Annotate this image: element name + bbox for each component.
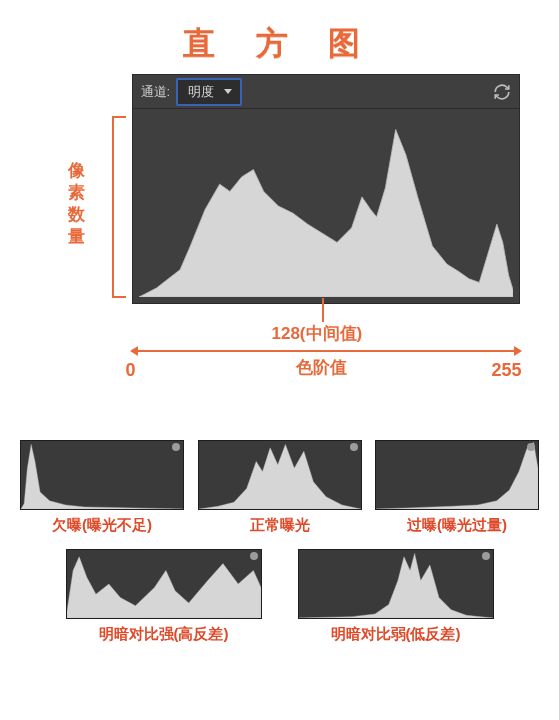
page-title: 直 方 图 xyxy=(0,0,559,74)
mid-value-label: 128(中间值) xyxy=(272,322,363,345)
example-overexposed: 过曝(曝光过量) xyxy=(375,440,539,535)
example-underexposed: 欠曝(曝光不足) xyxy=(20,440,184,535)
x-min-label: 0 xyxy=(126,360,136,381)
warning-dot-icon xyxy=(482,552,490,560)
x-max-label: 255 xyxy=(492,360,522,381)
panel-header: 通道: 明度 xyxy=(133,75,519,109)
mid-tick xyxy=(322,298,324,322)
example-normal-histogram xyxy=(198,440,362,510)
example-normal-caption: 正常曝光 xyxy=(198,516,362,535)
example-high-contrast: 明暗对比强(高反差) xyxy=(66,549,262,644)
warning-dot-icon xyxy=(350,443,358,451)
example-high-contrast-caption: 明暗对比强(高反差) xyxy=(66,625,262,644)
refresh-icon[interactable] xyxy=(493,83,511,101)
histogram-panel: 通道: 明度 xyxy=(132,74,520,304)
example-underexposed-histogram xyxy=(20,440,184,510)
warning-dot-icon xyxy=(250,552,258,560)
main-histogram-svg xyxy=(139,115,513,297)
example-low-contrast: 明暗对比弱(低反差) xyxy=(298,549,494,644)
example-normal: 正常曝光 xyxy=(198,440,362,535)
example-low-contrast-caption: 明暗对比弱(低反差) xyxy=(298,625,494,644)
example-overexposed-histogram xyxy=(375,440,539,510)
warning-dot-icon xyxy=(172,443,180,451)
example-low-contrast-histogram xyxy=(298,549,494,619)
x-axis-label: 色阶值 xyxy=(296,356,347,379)
examples-grid: 欠曝(曝光不足)正常曝光过曝(曝光过量) 明暗对比强(高反差)明暗对比弱(低反差… xyxy=(20,440,539,644)
channel-select[interactable]: 明度 xyxy=(176,78,242,106)
y-axis-label: 像素数量 xyxy=(66,160,88,248)
channel-label: 通道: xyxy=(141,83,171,101)
main-histogram-block: 通道: 明度 像素数量 128(中间值) 0 255 色阶值 xyxy=(40,74,520,374)
warning-dot-icon xyxy=(527,443,535,451)
example-overexposed-caption: 过曝(曝光过量) xyxy=(375,516,539,535)
example-underexposed-caption: 欠曝(曝光不足) xyxy=(20,516,184,535)
y-bracket xyxy=(112,116,126,298)
x-axis-arrow xyxy=(132,350,520,352)
main-histogram xyxy=(139,115,513,297)
example-high-contrast-histogram xyxy=(66,549,262,619)
